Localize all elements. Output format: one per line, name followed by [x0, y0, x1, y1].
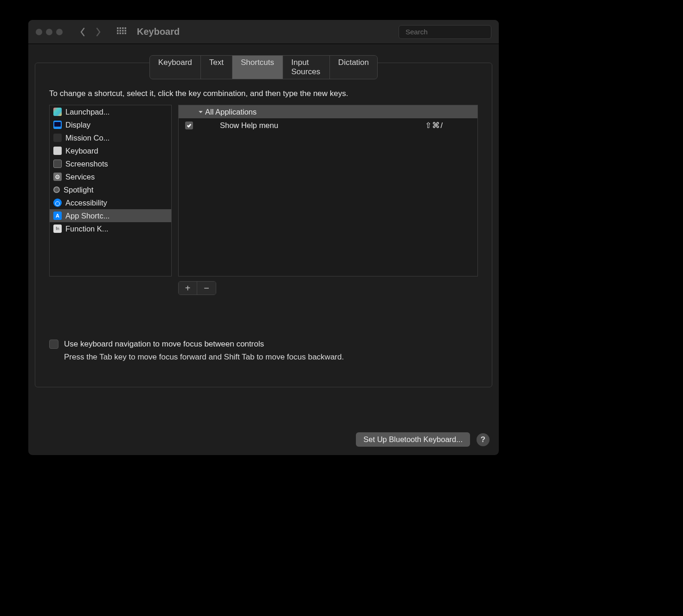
accessibility-icon: [53, 199, 62, 207]
chevron-down-icon: [198, 109, 203, 115]
launchpad-icon: [53, 108, 62, 116]
svg-rect-8: [117, 32, 119, 34]
fn-icon: [53, 225, 62, 233]
search-input[interactable]: [406, 28, 494, 36]
zoom-button[interactable]: [56, 29, 63, 35]
category-appshortcuts[interactable]: App Shortc...: [50, 209, 171, 222]
category-label: App Shortc...: [65, 212, 110, 220]
category-services[interactable]: Services: [50, 170, 171, 183]
spotlight-icon: [53, 186, 60, 193]
display-icon: [53, 121, 62, 129]
svg-rect-0: [117, 27, 119, 29]
page-title: Keyboard: [137, 26, 180, 37]
category-label: Keyboard: [65, 147, 98, 155]
category-mission[interactable]: Mission Co...: [50, 131, 171, 144]
close-button[interactable]: [36, 29, 42, 35]
shortcut-keys[interactable]: ⇧⌘/: [425, 121, 443, 130]
help-button[interactable]: ?: [477, 433, 490, 446]
tab-input-sources[interactable]: Input Sources: [283, 56, 330, 79]
instruction-text: To change a shortcut, select it, click t…: [49, 89, 478, 98]
show-all-icon[interactable]: [115, 25, 129, 39]
svg-rect-4: [117, 30, 119, 32]
services-icon: [53, 173, 62, 181]
back-button[interactable]: [77, 26, 89, 38]
tab-dictation[interactable]: Dictation: [330, 56, 377, 79]
keyboard-navigation-label: Use keyboard navigation to move focus be…: [64, 340, 264, 349]
add-button[interactable]: +: [179, 282, 197, 295]
category-label: Display: [65, 121, 90, 129]
titlebar: Keyboard: [28, 20, 499, 44]
category-accessibility[interactable]: Accessibility: [50, 196, 171, 209]
category-label: Accessibility: [65, 199, 107, 207]
preferences-window: Keyboard KeyboardTextShortcutsInput Sour…: [28, 19, 499, 456]
svg-rect-3: [125, 27, 127, 29]
add-remove-buttons: + −: [178, 281, 216, 295]
tree-group-label: All Applications: [205, 108, 257, 116]
shortcut-row[interactable]: Show Help menu⇧⌘/: [179, 118, 477, 132]
search-field[interactable]: [399, 25, 491, 39]
mission-icon: [53, 134, 62, 142]
shortcut-label: Show Help menu: [220, 121, 278, 130]
category-display[interactable]: Display: [50, 118, 171, 131]
shortcut-checkbox[interactable]: [185, 122, 193, 129]
minimize-button[interactable]: [46, 29, 52, 35]
category-label: Spotlight: [64, 186, 93, 194]
category-label: Function K...: [65, 225, 109, 233]
appshortcuts-icon: [53, 212, 62, 220]
keyboard-icon: [53, 147, 62, 155]
category-keyboard[interactable]: Keyboard: [50, 144, 171, 157]
svg-rect-1: [120, 27, 122, 29]
tab-bar: KeyboardTextShortcutsInput SourcesDictat…: [149, 55, 378, 79]
setup-bluetooth-button[interactable]: Set Up Bluetooth Keyboard...: [356, 432, 470, 447]
category-label: Screenshots: [65, 160, 108, 168]
forward-button[interactable]: [92, 26, 104, 38]
svg-rect-6: [122, 30, 124, 32]
svg-rect-5: [120, 30, 122, 32]
keyboard-navigation-checkbox[interactable]: [49, 340, 58, 349]
category-screenshots[interactable]: Screenshots: [50, 157, 171, 170]
svg-rect-9: [120, 32, 122, 34]
screenshots-icon: [53, 160, 62, 168]
svg-rect-2: [122, 27, 124, 29]
tab-text[interactable]: Text: [201, 56, 232, 79]
category-list[interactable]: Launchpad...DisplayMission Co...Keyboard…: [49, 105, 172, 276]
category-spotlight[interactable]: Spotlight: [50, 183, 171, 196]
tree-group-header[interactable]: All Applications: [179, 105, 477, 118]
tab-shortcuts[interactable]: Shortcuts: [232, 56, 283, 79]
category-label: Launchpad...: [65, 108, 110, 116]
window-controls: [36, 29, 63, 35]
shortcuts-group: KeyboardTextShortcutsInput SourcesDictat…: [35, 63, 492, 387]
category-launchpad[interactable]: Launchpad...: [50, 105, 171, 118]
svg-rect-10: [122, 32, 124, 34]
shortcut-tree[interactable]: All Applications Show Help menu⇧⌘/: [178, 105, 478, 276]
svg-rect-7: [125, 30, 127, 32]
category-fn[interactable]: Function K...: [50, 222, 171, 235]
category-label: Services: [65, 173, 95, 181]
svg-rect-11: [125, 32, 127, 34]
tab-keyboard[interactable]: Keyboard: [150, 56, 201, 79]
remove-button[interactable]: −: [197, 282, 216, 295]
category-label: Mission Co...: [65, 134, 110, 142]
keyboard-navigation-desc: Press the Tab key to move focus forward …: [64, 353, 478, 362]
